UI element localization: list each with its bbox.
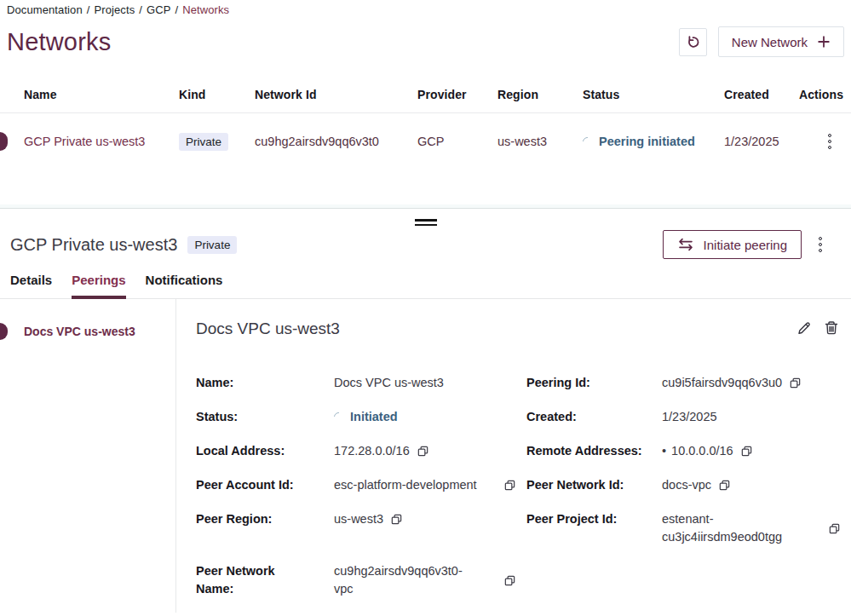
tab-notifications[interactable]: Notifications [146, 273, 223, 298]
status-value: Initiated [350, 408, 398, 426]
network-status-cell: Peering initiated [583, 135, 724, 148]
tab-peerings[interactable]: Peerings [72, 273, 125, 298]
field-label-peer-network-name: Peer Network Name: [196, 562, 291, 598]
column-header-status: Status [583, 88, 724, 101]
column-header-network-id: Network Id [255, 88, 417, 101]
network-kind-cell: Private [179, 133, 255, 151]
breadcrumb: Documentation/Projects/GCP/Networks [0, 0, 851, 16]
field-value-peer-project-id: estenant-cu3jc4iirsdm9eod0tgg [662, 510, 841, 546]
copy-peering-id-button[interactable] [789, 377, 802, 389]
field-value-created: 1/23/2025 [662, 408, 841, 426]
row-kebab-menu-button[interactable] [825, 130, 835, 153]
field-value-name: Docs VPC us-west3 [334, 374, 526, 392]
peer-network-id-value: docs-vpc [662, 476, 711, 494]
page-title: Networks [7, 28, 111, 56]
column-header-actions: Actions [799, 88, 851, 101]
copy-icon [789, 377, 802, 389]
network-id-cell: cu9hg2airsdv9qq6v3t0 [255, 135, 417, 148]
field-value-status: Initiated [334, 408, 526, 426]
page-actions: New Network [679, 26, 844, 57]
field-label-peer-region: Peer Region: [196, 510, 334, 528]
field-label-peer-account-id: Peer Account Id: [196, 476, 334, 494]
peering-title: Docs VPC us-west3 [196, 320, 340, 338]
field-label-peering-id: Peering Id: [526, 374, 662, 392]
copy-icon [503, 479, 516, 492]
copy-icon [503, 574, 516, 587]
bullet-icon: • [662, 442, 666, 460]
field-value-peering-id: cu9i5fairsdv9qq6v3u0 [662, 374, 841, 392]
initiate-peering-button[interactable]: Initiate peering [663, 230, 802, 259]
copy-peer-network-id-button[interactable] [718, 479, 731, 492]
swap-arrows-icon [677, 238, 694, 251]
table-row: GCP Private us-west3 Private cu9hg2airsd… [0, 113, 851, 170]
panel-title: GCP Private us-west3 [10, 235, 177, 255]
status-text: Peering initiated [599, 135, 695, 148]
copy-icon [718, 479, 731, 492]
panel-resize-handle[interactable] [413, 215, 439, 230]
field-label-name: Name: [196, 374, 334, 392]
edit-peering-button[interactable] [796, 320, 813, 337]
breadcrumb-separator: / [139, 3, 142, 16]
copy-icon [828, 522, 841, 535]
network-detail-panel: GCP Private us-west3 Private Initiate pe… [0, 208, 851, 616]
breadcrumb-documentation[interactable]: Documentation [7, 3, 83, 16]
breadcrumb-current-networks: Networks [182, 3, 229, 16]
peer-project-id-value: estenant-cu3jc4iirsdm9eod0tgg [662, 510, 817, 546]
network-name-link[interactable]: GCP Private us-west3 [0, 135, 179, 148]
copy-icon [417, 445, 429, 458]
peer-region-value: us-west3 [334, 510, 383, 528]
pencil-icon [796, 320, 813, 337]
spinner-icon [332, 411, 345, 423]
network-provider-cell: GCP [417, 135, 497, 148]
field-value-local-address: 172.28.0.0/16 [334, 442, 526, 460]
networks-table-header: Name Kind Network Id Provider Region Sta… [0, 88, 851, 113]
new-network-button-label: New Network [732, 35, 808, 49]
copy-peer-region-button[interactable] [390, 513, 403, 526]
copy-local-address-button[interactable] [417, 445, 429, 458]
breadcrumb-separator: / [87, 3, 90, 16]
sidebar-item-docs-vpc[interactable]: Docs VPC us-west3 [0, 325, 175, 338]
peering-fields: Name: Docs VPC us-west3 Peering Id: cu9i… [196, 374, 841, 598]
copy-peer-account-id-button[interactable] [503, 479, 516, 492]
new-network-button[interactable]: New Network [718, 26, 844, 57]
field-label-status: Status: [196, 408, 334, 426]
peering-detail: Docs VPC us-west3 Name: Docs VPC us-west… [176, 299, 851, 613]
column-header-created: Created [724, 88, 799, 101]
field-value-peer-account-id: esc-platform-development [334, 476, 526, 494]
column-header-region: Region [497, 88, 583, 101]
detail-tabs: Details Peerings Notifications [0, 273, 851, 299]
peer-network-name-value: cu9hg2airsdv9qq6v3t0-vpc [334, 562, 477, 598]
trash-icon [823, 320, 840, 337]
name-value: Docs VPC us-west3 [334, 374, 444, 392]
network-region-cell: us-west3 [497, 135, 583, 148]
field-value-remote-addresses: • 10.0.0.0/16 [662, 442, 841, 460]
network-created-cell: 1/23/2025 [724, 135, 799, 148]
network-actions-cell [799, 130, 851, 153]
breadcrumb-separator: / [175, 3, 178, 16]
field-label-created: Created: [526, 408, 662, 426]
selected-item-marker [0, 323, 8, 340]
copy-peer-project-id-button[interactable] [828, 522, 841, 535]
tab-details[interactable]: Details [10, 273, 52, 298]
field-label-peer-project-id: Peer Project Id: [526, 510, 662, 528]
field-label-local-address: Local Address: [196, 442, 334, 460]
breadcrumb-projects[interactable]: Projects [94, 3, 135, 16]
copy-peer-network-name-button[interactable] [503, 574, 516, 587]
copy-icon [390, 513, 403, 526]
field-value-peer-network-name: cu9hg2airsdv9qq6v3t0-vpc [334, 562, 526, 598]
refresh-button[interactable] [679, 28, 707, 56]
column-header-name: Name [0, 88, 179, 101]
column-header-kind: Kind [179, 88, 255, 101]
delete-peering-button[interactable] [823, 320, 840, 337]
field-value-peer-network-id: docs-vpc [662, 476, 841, 494]
field-value-peer-region: us-west3 [334, 510, 526, 528]
remote-addresses-value: 10.0.0.0/16 [671, 442, 733, 460]
copy-icon [740, 445, 753, 458]
created-value: 1/23/2025 [662, 408, 717, 426]
breadcrumb-gcp[interactable]: GCP [147, 3, 170, 16]
initiate-peering-button-label: Initiate peering [704, 238, 787, 252]
kind-badge: Private [179, 133, 228, 151]
field-label-remote-addresses: Remote Addresses: [526, 442, 662, 460]
copy-remote-addresses-button[interactable] [740, 445, 753, 458]
panel-kebab-menu-button[interactable] [815, 233, 825, 256]
